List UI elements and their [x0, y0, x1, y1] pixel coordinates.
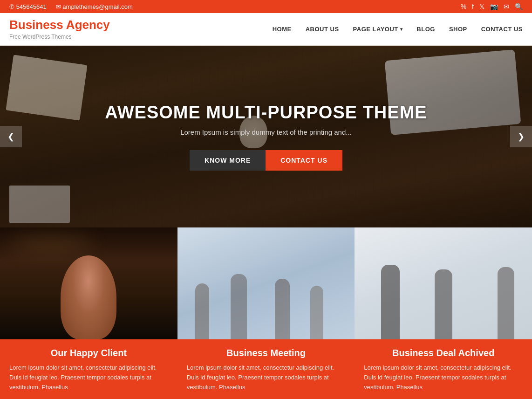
social-icon-search[interactable]: 🔍 — [515, 3, 523, 10]
nav-contact[interactable]: CONTACT US — [481, 26, 523, 33]
nav-home[interactable]: HOME — [273, 26, 292, 33]
nav-shop[interactable]: SHOP — [449, 26, 467, 33]
prev-arrow-icon: ❮ — [7, 132, 14, 141]
card-2-image — [177, 227, 355, 339]
top-bar: ✆ 545645641 ✉ amplethemes@gmail.com % f … — [0, 0, 532, 13]
hero-buttons: KNOW MORE CONTACT US — [105, 150, 427, 171]
cards-section: Our Happy Client Lorem ipsum dolor sit a… — [0, 227, 532, 399]
card-3-image — [355, 227, 532, 339]
card-3-body: Business Deal Achived Lorem ipsum dolor … — [355, 339, 532, 399]
social-icon-email[interactable]: ✉ — [504, 3, 509, 10]
brand-tagline: Free WordPress Themes — [9, 34, 72, 40]
hero-section: ❮ AWESOME MULTI-PURPOSE THEME Lorem Ipsu… — [0, 46, 532, 227]
card-1-image — [0, 227, 177, 339]
card-3: Business Deal Achived Lorem ipsum dolor … — [355, 227, 532, 399]
social-icon-twitter[interactable]: 𝕏 — [479, 3, 484, 10]
nav-about[interactable]: ABOUT US — [306, 26, 339, 33]
hero-title: AWESOME MULTI-PURPOSE THEME — [105, 103, 427, 123]
card-2-text: Lorem ipsum dolor sit amet, consectetur … — [187, 363, 346, 392]
phone-icon: ✆ — [9, 3, 16, 10]
paper-decoration — [6, 55, 87, 120]
hero-prev-button[interactable]: ❮ — [0, 126, 22, 147]
card-3-text: Lorem ipsum dolor sit amet, consectetur … — [364, 363, 523, 392]
contact-us-button[interactable]: CONTACT US — [266, 150, 342, 171]
hero-next-button[interactable]: ❯ — [510, 126, 532, 147]
card-2-title: Business Meeting — [187, 348, 346, 358]
card-2-body: Business Meeting Lorem ipsum dolor sit a… — [177, 339, 355, 399]
email-icon: ✉ — [56, 3, 63, 10]
email-info: ✉ amplethemes@gmail.com — [56, 3, 133, 10]
nav-page-layout[interactable]: PAGE LAYOUT ▾ — [353, 26, 403, 33]
nav-page-layout-label: PAGE LAYOUT — [353, 26, 398, 33]
notepad-decoration — [9, 186, 70, 223]
social-icon-instagram[interactable]: 📷 — [490, 3, 498, 10]
brand-name[interactable]: Business Agency — [9, 18, 110, 32]
phone-info: ✆ 545645641 — [9, 3, 47, 10]
social-icon-share[interactable]: % — [461, 3, 466, 10]
email-address: amplethemes@gmail.com — [62, 3, 132, 10]
hero-content: AWESOME MULTI-PURPOSE THEME Lorem Ipsum … — [105, 103, 427, 171]
dropdown-arrow-icon: ▾ — [400, 27, 403, 32]
main-nav: HOME ABOUT US PAGE LAYOUT ▾ BLOG SHOP CO… — [273, 26, 523, 33]
card-1-title: Our Happy Client — [9, 348, 168, 358]
social-icon-facebook[interactable]: f — [472, 3, 474, 10]
card-1-text: Lorem ipsum dolor sit amet, consectetur … — [9, 363, 168, 392]
card-1: Our Happy Client Lorem ipsum dolor sit a… — [0, 227, 177, 399]
know-more-button[interactable]: KNOW MORE — [190, 150, 266, 171]
top-bar-social: % f 𝕏 📷 ✉ 🔍 — [461, 3, 523, 10]
next-arrow-icon: ❯ — [518, 132, 525, 141]
nav-blog[interactable]: BLOG — [416, 26, 435, 33]
card-1-body: Our Happy Client Lorem ipsum dolor sit a… — [0, 339, 177, 399]
header: Business Agency Free WordPress Themes HO… — [0, 13, 532, 46]
card-3-title: Business Deal Achived — [364, 348, 523, 358]
hero-subtitle: Lorem Ipsum is simply dummy text of the … — [105, 128, 427, 136]
phone-number: 545645641 — [16, 3, 47, 10]
brand: Business Agency Free WordPress Themes — [9, 18, 110, 41]
card-2: Business Meeting Lorem ipsum dolor sit a… — [177, 227, 355, 399]
top-bar-contact: ✆ 545645641 ✉ amplethemes@gmail.com — [9, 3, 133, 10]
